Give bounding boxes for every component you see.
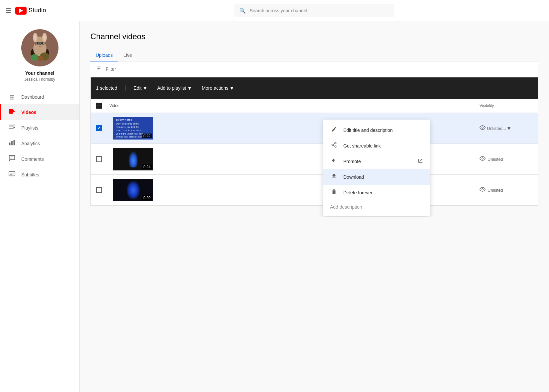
subtitles-icon: [8, 170, 16, 179]
header: ☰ Studio 🔍: [0, 0, 549, 21]
svg-line-39: [333, 144, 335, 145]
search-input[interactable]: [235, 4, 394, 17]
svg-point-41: [482, 189, 484, 190]
svg-point-37: [335, 146, 336, 147]
svg-point-7: [43, 34, 46, 41]
menu-item-promote[interactable]: Promote: [323, 153, 430, 169]
hamburger-icon[interactable]: ☰: [5, 7, 11, 15]
row3-visibility: Unlisted: [480, 186, 533, 194]
add-description: Add description: [323, 200, 430, 214]
tabs: Uploads Live: [90, 49, 538, 61]
dashboard-icon: ⊞: [8, 93, 16, 101]
add-to-playlist-label: Add to playlist: [157, 85, 186, 91]
tab-live[interactable]: Live: [118, 49, 137, 61]
edit-pencil-icon: [330, 126, 338, 134]
analytics-icon: [8, 139, 16, 148]
edit-label: Edit: [134, 85, 142, 91]
share-icon: [330, 142, 338, 149]
svg-rect-23: [9, 143, 11, 145]
edit-button[interactable]: Edit ▾: [128, 82, 152, 94]
youtube-logo-icon: [15, 7, 27, 15]
sidebar: Your channel Jessica Thornsby ⊞ Dashboar…: [0, 21, 80, 217]
svg-point-14: [31, 54, 39, 61]
edit-dropdown-arrow: ▾: [144, 84, 147, 92]
sidebar-nav: ⊞ Dashboard Videos Playlists Analytics: [0, 90, 79, 182]
svg-rect-24: [11, 141, 13, 145]
sidebar-item-videos[interactable]: Videos: [0, 104, 79, 120]
eye-icon: [480, 155, 486, 163]
thumb-figure: [127, 181, 140, 199]
add-to-playlist-button[interactable]: Add to playlist ▾: [152, 82, 196, 94]
svg-marker-22: [14, 126, 16, 129]
menu-item-delete[interactable]: Delete forever: [323, 185, 430, 200]
table-row: Sticky Notes Don't be scared of themonst…: [91, 113, 538, 144]
svg-point-6: [34, 34, 37, 41]
row2-visibility: Unlisted: [480, 155, 533, 163]
menu-item-edit-title[interactable]: Edit title and description: [323, 122, 430, 138]
tab-uploads[interactable]: Uploads: [90, 49, 118, 61]
sidebar-item-analytics[interactable]: Analytics: [0, 136, 79, 151]
more-actions-label: More actions: [202, 85, 228, 91]
svg-point-34: [482, 127, 484, 129]
sidebar-item-subtitles[interactable]: Subtitles: [0, 167, 79, 182]
comments-icon: [8, 154, 16, 163]
download-icon: [330, 173, 338, 181]
row1-duration: 0:22: [142, 134, 152, 138]
svg-marker-18: [13, 110, 15, 112]
svg-point-40: [482, 158, 484, 159]
row3-visibility-label: Unlisted: [488, 188, 503, 193]
table-row: 0:24 Unlisted: [91, 144, 538, 175]
menu-promote-label: Promote: [343, 159, 361, 164]
toolbar-selected-count: 1 selected: [96, 85, 126, 91]
row3-duration: 0:20: [142, 195, 152, 200]
table-row: 0:20 Unlisted: [91, 175, 538, 206]
row1-visibility: Unlisted... ▾: [480, 125, 533, 132]
sidebar-item-playlists[interactable]: Playlists: [0, 120, 79, 136]
delete-icon: [330, 189, 338, 196]
table-header: Video Visibility: [91, 99, 538, 113]
sidebar-label-subtitles: Subtitles: [21, 172, 39, 177]
main-content: Channel videos Uploads Live Filter 1 sel…: [80, 21, 549, 217]
filter-label[interactable]: Filter: [106, 66, 116, 72]
menu-shareable-link-label: Get shareable link: [343, 143, 381, 148]
page-title: Channel videos: [90, 32, 538, 41]
context-menu: Edit title and description Get shareable…: [323, 120, 430, 216]
eye-icon: [480, 125, 486, 132]
svg-rect-25: [14, 140, 15, 146]
row2-checkbox[interactable]: [96, 156, 102, 162]
toolbar: 1 selected Edit ▾ Add to playlist ▾ More…: [91, 77, 538, 99]
select-all-checkbox[interactable]: [96, 103, 102, 109]
video-column-header: Video: [109, 103, 480, 108]
row2-thumbnail: 0:24: [113, 148, 153, 170]
svg-point-35: [335, 143, 336, 144]
row1-visibility-label: Unlisted...: [487, 126, 506, 131]
menu-item-shareable-link[interactable]: Get shareable link: [323, 138, 430, 153]
sidebar-label-analytics: Analytics: [21, 141, 40, 146]
row1-checkbox[interactable]: [96, 125, 102, 131]
visibility-dropdown-arrow[interactable]: ▾: [507, 125, 510, 132]
channel-handle: Jessica Thornsby: [24, 77, 55, 82]
more-actions-dropdown-arrow: ▾: [230, 84, 233, 92]
studio-title: Studio: [29, 7, 46, 14]
row2-visibility-label: Unlisted: [488, 157, 503, 162]
sidebar-label-dashboard: Dashboard: [21, 94, 44, 100]
thumb-figure: [128, 151, 138, 167]
sidebar-item-comments[interactable]: Comments: [0, 151, 79, 167]
logo-wrap: Studio: [15, 7, 46, 15]
search-icon: 🔍: [239, 7, 246, 14]
menu-item-download[interactable]: Download: [323, 169, 430, 185]
videos-icon: [8, 108, 16, 117]
sidebar-label-videos: Videos: [21, 110, 37, 115]
search-wrap: 🔍: [235, 4, 394, 17]
more-actions-button[interactable]: More actions ▾: [196, 82, 239, 94]
sidebar-label-playlists: Playlists: [21, 125, 38, 131]
playlists-icon: [8, 123, 16, 132]
promote-external-icon: [418, 158, 423, 165]
promote-icon: [330, 157, 338, 165]
header-left: ☰ Studio: [5, 7, 85, 15]
row3-checkbox[interactable]: [96, 187, 102, 193]
sidebar-item-dashboard[interactable]: ⊞ Dashboard: [0, 90, 79, 104]
channel-name: Your channel: [25, 70, 55, 76]
sidebar-label-comments: Comments: [21, 156, 44, 162]
menu-delete-label: Delete forever: [343, 190, 373, 195]
